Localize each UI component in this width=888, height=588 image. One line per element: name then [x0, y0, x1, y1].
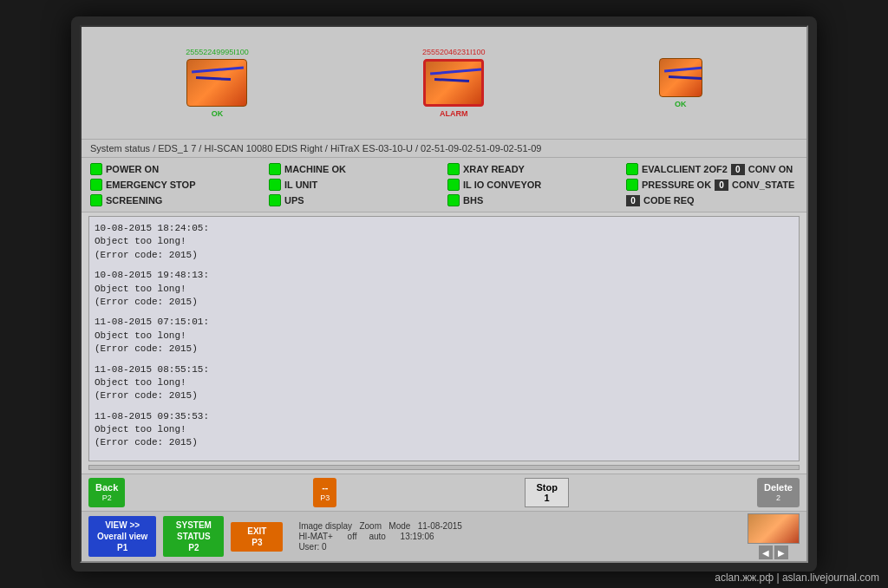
log-message-3: Object too long!	[95, 330, 793, 343]
scan-id-2: 25552046231I100	[422, 48, 486, 56]
counter-evalclient: 0	[731, 164, 745, 175]
back-sub-label: P2	[102, 493, 112, 504]
image-display-value: HI-MAT+	[298, 532, 333, 541]
led-screening	[90, 194, 102, 206]
baggage-image-2	[423, 59, 484, 107]
user-label: User: 0	[298, 542, 326, 552]
delete-sub-label: 2	[776, 493, 780, 504]
exit-button[interactable]: EXIT P3	[231, 522, 283, 552]
counter-code-req: 0	[626, 195, 640, 206]
system-status-button[interactable]: SYSTEM STATUS P2	[163, 516, 224, 557]
status-bhs: BHS	[447, 194, 619, 206]
status-ups: UPS	[269, 194, 441, 206]
status-il-io-conveyor: IL IO CONVEYOR	[447, 179, 619, 191]
led-bhs	[447, 194, 460, 206]
log-entry-1: 10-08-2015 18:24:05: Object too long! (E…	[95, 222, 793, 262]
baggage-image-1	[186, 59, 247, 107]
led-pressure-ok	[626, 179, 638, 191]
scan-item-3: OK	[659, 58, 702, 108]
footer-preview-area: ◀ ▶	[748, 513, 800, 559]
stop-button[interactable]: Stop 1	[525, 478, 568, 507]
breadcrumb: System status / EDS_1 7 / HI-SCAN 10080 …	[82, 140, 806, 158]
counter-pressure: 0	[715, 180, 728, 191]
log-detail-5: (Error code: 2015)	[95, 436, 793, 449]
view-button[interactable]: VIEW >> Overall view P1	[88, 516, 156, 557]
zoom-label: Zoom	[359, 521, 382, 531]
middle-sub-label: P3	[320, 493, 330, 504]
scan-id-1: 25552249995I100	[186, 48, 249, 56]
footer-img-preview	[748, 513, 800, 544]
log-message-2: Object too long!	[95, 283, 793, 296]
status-xray-ready: XRAY READY	[447, 163, 619, 175]
status-power-on: POWER ON	[90, 163, 262, 175]
log-timestamp-3: 11-08-2015 07:15:01:	[95, 316, 793, 329]
status-emergency-stop: EMERGENCY STOP	[90, 179, 262, 191]
delete-button[interactable]: Delete 2	[757, 478, 800, 507]
status-panel: POWER ON MACHINE OK XRAY READY EVALCLIEN…	[82, 158, 806, 212]
stop-sub-label: 1	[545, 493, 550, 503]
scan-status-2: ALARM	[440, 109, 468, 118]
monitor-frame: 25552249995I100 OK 25552046231I100 ALARM…	[71, 16, 817, 572]
footer-bar: VIEW >> Overall view P1 SYSTEM STATUS P2…	[82, 511, 806, 561]
mode-value: auto	[369, 532, 385, 541]
log-detail-1: (Error code: 2015)	[95, 249, 793, 262]
log-timestamp-2: 10-08-2015 19:48:13:	[95, 269, 793, 282]
log-entry-2: 10-08-2015 19:48:13: Object too long! (E…	[95, 269, 793, 309]
log-message-4: Object too long!	[95, 376, 793, 389]
log-detail-2: (Error code: 2015)	[95, 296, 793, 309]
scan-status-1: OK	[212, 109, 224, 118]
status-code-req: 0 CODE REQ	[626, 194, 798, 206]
status-screening: SCREENING	[90, 194, 262, 206]
zoom-value: off	[348, 532, 357, 541]
log-entry-3: 11-08-2015 07:15:01: Object too long! (E…	[95, 316, 793, 356]
nav-next-button[interactable]: ▶	[774, 546, 788, 559]
led-il-unit	[269, 179, 281, 191]
scan-item-2: 25552046231I100 ALARM	[422, 48, 486, 118]
log-timestamp-4: 11-08-2015 08:55:15:	[95, 363, 793, 376]
log-area[interactable]: 10-08-2015 18:24:05: Object too long! (E…	[88, 216, 800, 461]
footer-time: 13:19:06	[401, 532, 434, 541]
log-detail-4: (Error code: 2015)	[95, 389, 793, 402]
log-timestamp-5: 11-08-2015 09:35:53:	[95, 410, 793, 423]
led-emergency-stop	[90, 179, 102, 191]
watermark: асlan.жж.рф | aslan.livejournal.com	[715, 572, 879, 584]
log-entry-4: 11-08-2015 08:55:15: Object too long! (E…	[95, 363, 793, 403]
nav-arrows: ◀ ▶	[759, 546, 788, 559]
nav-prev-button[interactable]: ◀	[759, 546, 773, 559]
log-timestamp-1: 10-08-2015 18:24:05:	[95, 222, 793, 235]
log-entry-5: 11-08-2015 09:35:53: Object too long! (E…	[95, 410, 793, 450]
scroll-indicator	[88, 465, 800, 470]
led-power-on	[90, 163, 102, 175]
footer-info-block: Image display Zoom Mode 11-08-2015 HI-MA…	[298, 521, 461, 552]
footer-datetime: 11-08-2015	[418, 521, 462, 531]
scan-status-3: OK	[675, 100, 687, 108]
led-xray-ready	[447, 163, 460, 175]
log-detail-3: (Error code: 2015)	[95, 343, 793, 356]
top-strip: 25552249995I100 OK 25552046231I100 ALARM…	[82, 27, 806, 140]
bottom-toolbar: Back P2 -- P3 Stop 1 Delete 2	[82, 474, 806, 511]
log-message-5: Object too long!	[95, 423, 793, 436]
led-evalclient	[626, 163, 638, 175]
status-evalclient: EVALCLIENT 2OF2 0 CONV ON	[626, 163, 798, 175]
scan-item-1: 25552249995I100 OK	[186, 48, 249, 118]
led-il-io-conveyor	[447, 179, 460, 191]
led-ups	[269, 194, 281, 206]
led-machine-ok	[269, 163, 281, 175]
middle-button[interactable]: -- P3	[313, 478, 336, 507]
status-il-unit: IL UNIT	[269, 179, 441, 191]
status-machine-ok: MACHINE OK	[269, 163, 441, 175]
screen: 25552249995I100 OK 25552046231I100 ALARM…	[80, 25, 808, 563]
baggage-image-3	[659, 58, 702, 97]
image-display-label: Image display	[298, 521, 352, 531]
status-pressure-ok: PRESSURE OK 0 CONV_STATE	[626, 179, 798, 191]
mode-label: Mode	[388, 521, 410, 531]
log-message-1: Object too long!	[95, 235, 793, 248]
back-button[interactable]: Back P2	[88, 478, 125, 507]
